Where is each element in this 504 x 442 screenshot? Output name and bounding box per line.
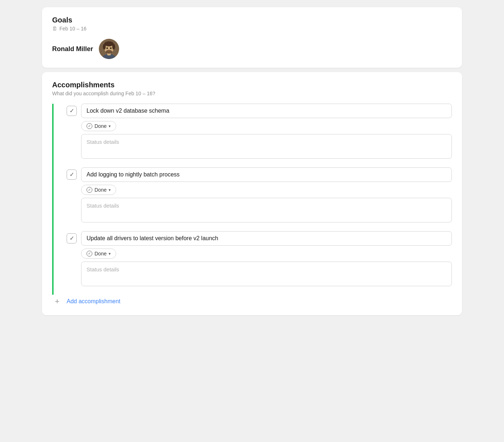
status-details-3[interactable] bbox=[81, 262, 452, 286]
user-name: Ronald Miller bbox=[52, 45, 93, 53]
item-controls-1: Done ▾ bbox=[67, 121, 452, 159]
accomplishments-subtitle: What did you accomplish during Feb 10 – … bbox=[52, 91, 452, 96]
chevron-down-icon-3: ▾ bbox=[109, 251, 111, 256]
date-range: Feb 10 – 16 bbox=[59, 26, 87, 32]
item-top-row-1: ✓ bbox=[67, 104, 452, 118]
accomplishment-text-2[interactable] bbox=[81, 167, 452, 182]
accomplishment-item-1: ✓ Done ▾ bbox=[52, 104, 452, 167]
avatar bbox=[99, 39, 119, 59]
checkbox-1[interactable]: ✓ bbox=[67, 106, 77, 116]
accomplishment-text-1[interactable] bbox=[81, 104, 452, 118]
user-row: Ronald Miller bbox=[52, 39, 452, 59]
green-bar bbox=[52, 104, 54, 295]
status-label-3: Done bbox=[94, 251, 106, 257]
checkbox-3[interactable]: ✓ bbox=[67, 233, 77, 243]
add-accomplishment-button[interactable]: Add accomplishment bbox=[67, 298, 121, 305]
page-wrapper: Goals 🗓 Feb 10 – 16 Ronald Miller bbox=[42, 7, 462, 315]
status-label-1: Done bbox=[94, 123, 106, 129]
status-details-1[interactable] bbox=[81, 134, 452, 159]
svg-point-10 bbox=[106, 50, 112, 54]
status-check-icon-3 bbox=[87, 251, 92, 257]
status-dropdown-3[interactable]: Done ▾ bbox=[81, 249, 116, 259]
accomplishments-title: Accomplishments bbox=[52, 81, 452, 89]
svg-point-9 bbox=[109, 49, 110, 50]
goals-title: Goals bbox=[52, 16, 452, 24]
add-accomplishment-row[interactable]: + Add accomplishment bbox=[52, 295, 452, 307]
accomplishment-item-2: ✓ Done ▾ bbox=[52, 167, 452, 231]
item-top-row-2: ✓ bbox=[67, 167, 452, 182]
check-icon-2: ✓ bbox=[70, 172, 74, 178]
item-controls-3: Done ▾ bbox=[67, 249, 452, 286]
check-icon-1: ✓ bbox=[70, 108, 74, 114]
item-controls-2: Done ▾ bbox=[67, 185, 452, 222]
status-dropdown-1[interactable]: Done ▾ bbox=[81, 121, 116, 131]
date-row: 🗓 Feb 10 – 16 bbox=[52, 26, 452, 32]
svg-point-4 bbox=[104, 41, 114, 46]
item-top-row-3: ✓ bbox=[67, 231, 452, 246]
svg-point-7 bbox=[106, 47, 108, 49]
status-check-icon-2 bbox=[87, 187, 92, 193]
svg-point-8 bbox=[110, 47, 112, 49]
status-label-2: Done bbox=[94, 187, 106, 193]
status-check-icon-1 bbox=[87, 123, 92, 129]
accomplishment-text-3[interactable] bbox=[81, 231, 452, 246]
status-dropdown-2[interactable]: Done ▾ bbox=[81, 185, 116, 195]
svg-point-6 bbox=[112, 44, 115, 50]
chevron-down-icon-2: ▾ bbox=[109, 188, 111, 192]
svg-point-5 bbox=[103, 44, 106, 50]
check-icon-3: ✓ bbox=[70, 235, 74, 241]
accomplishment-item-3: ✓ Done ▾ bbox=[52, 231, 452, 295]
status-details-2[interactable] bbox=[81, 198, 452, 222]
goals-card: Goals 🗓 Feb 10 – 16 Ronald Miller bbox=[42, 7, 462, 68]
chevron-down-icon-1: ▾ bbox=[109, 124, 111, 129]
calendar-icon: 🗓 bbox=[52, 26, 57, 32]
accomplishments-card: Accomplishments What did you accomplish … bbox=[42, 72, 462, 315]
accomplishments-list: ✓ Done ▾ ✓ bbox=[52, 104, 452, 295]
checkbox-2[interactable]: ✓ bbox=[67, 170, 77, 180]
add-icon[interactable]: + bbox=[52, 296, 62, 307]
